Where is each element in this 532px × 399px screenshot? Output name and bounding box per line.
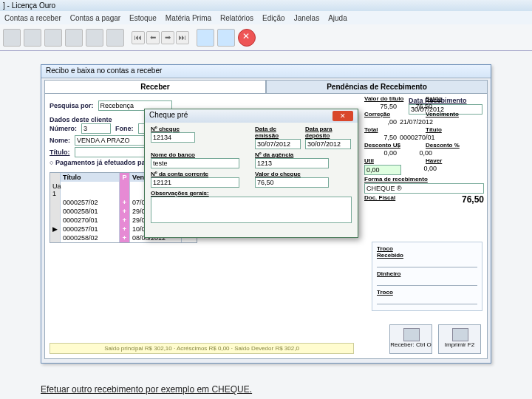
desc-pct-label: Desconto % — [426, 142, 484, 149]
haver-label: Haver — [426, 157, 484, 164]
obs-textarea[interactable] — [151, 197, 352, 223]
toolbar: ⏮ ⬅ ➡ ⏭ — [0, 24, 532, 51]
imprimir-button[interactable]: Imprimir F2 — [438, 324, 481, 354]
conta-input[interactable] — [151, 177, 239, 188]
agencia-label: Nº da agência — [255, 151, 352, 158]
desc-us-label: Desconto U$ — [364, 142, 423, 149]
doc-fiscal-label: Doc. Fiscal — [364, 194, 449, 205]
workspace: Recibo e baixa no contas a receber Receb… — [0, 51, 532, 399]
forma-label: Forma de recebimento — [364, 176, 484, 183]
numero-label: Número: — [50, 125, 77, 132]
toolbar-button-6[interactable] — [106, 29, 124, 47]
toolbar-button-1[interactable] — [3, 29, 21, 47]
ncheque-input[interactable] — [151, 132, 195, 143]
fone-label: Fone: — [115, 125, 134, 132]
doc-fiscal-value: 76,50 — [451, 194, 484, 205]
menu-edicao[interactable]: Edição — [262, 14, 285, 22]
menu-relatorios[interactable]: Relatórios — [220, 14, 253, 22]
agencia-input[interactable] — [255, 158, 329, 168]
toolbar-button-4[interactable] — [65, 29, 83, 47]
grid-header-p: P — [120, 173, 130, 182]
venc-value: 21/07/2012 — [400, 118, 433, 126]
rtitulo-label: Título — [426, 126, 484, 133]
titulo-input[interactable] — [75, 147, 149, 157]
toolbar-button-5[interactable] — [86, 29, 103, 47]
emissao-input[interactable] — [255, 139, 301, 149]
toolbar-button-close[interactable] — [238, 29, 256, 47]
cheque-modal: Cheque pré ✕ Nº cheque Data de emissão D… — [144, 109, 358, 238]
menu-ajuda[interactable]: Ajuda — [328, 14, 347, 22]
util-input[interactable] — [364, 165, 401, 175]
status-bar: Saldo principal R$ 302,10 · Acréscimos R… — [50, 343, 354, 354]
toolbar-button-image2[interactable] — [217, 29, 235, 47]
toolbar-button-2[interactable] — [24, 29, 41, 47]
total-label: Total — [364, 126, 423, 133]
deposito-input[interactable] — [305, 139, 351, 149]
grid-header-sel — [50, 173, 61, 182]
tab-receber[interactable]: Receber — [44, 80, 266, 93]
desc-pct-value: 0,00 — [400, 149, 432, 157]
recebido-label: Recebido — [377, 252, 477, 259]
numero-input[interactable] — [81, 123, 111, 134]
forma-input[interactable] — [364, 183, 484, 194]
troco-box: Troco Recebido Dinheiro Troco — [372, 242, 482, 311]
slide-caption: Efetuar outro recebimento por exemplo em… — [41, 384, 252, 395]
troco-title: Troco — [377, 245, 477, 252]
valor-cheque-input[interactable] — [255, 177, 329, 188]
desc-us-value: 0,00 — [364, 149, 397, 157]
toolbar-button-3[interactable] — [44, 29, 62, 47]
menu-estoque[interactable]: Estoque — [129, 14, 157, 22]
nav-next-icon[interactable]: ➡ — [161, 31, 174, 44]
correcao-value: ,00 — [364, 118, 397, 126]
menu-contas-pagar[interactable]: Contas a pagar — [70, 14, 120, 22]
saldo-value: 76,50 — [400, 103, 432, 110]
banco-label: Nome do banco — [151, 151, 248, 158]
valor-cheque-label: Valor do cheque — [255, 171, 352, 177]
util-label: Util — [364, 157, 423, 164]
menu-materia-prima[interactable]: Matéria Prima — [166, 14, 211, 22]
toolbar-button-image1[interactable] — [197, 29, 214, 47]
valor-titulo-label: Valor do título — [364, 95, 423, 102]
menu-janelas[interactable]: Janelas — [294, 14, 319, 22]
tab-pendencias[interactable]: Pendências de Recebimento — [266, 80, 488, 93]
menu-contas-receber[interactable]: Contas a receber — [4, 14, 61, 22]
rtitulo-value: 0000270/01 — [400, 134, 435, 141]
correcao-label: Correção — [364, 111, 423, 117]
emissao-label: Data de emissão — [255, 126, 301, 139]
haver-value: 0,00 — [404, 165, 437, 175]
venc-label: Vencimento — [426, 111, 484, 117]
obs-label: Observações gerais: — [151, 190, 352, 197]
banco-input[interactable] — [151, 158, 239, 168]
pesquisa-label: Pesquisa por: — [50, 102, 94, 109]
deposito-label: Data para depósito — [305, 126, 352, 139]
conta-label: Nº da conta corrente — [151, 171, 248, 177]
saldo-label: Saldo — [426, 95, 484, 102]
nav-last-icon[interactable]: ⏭ — [176, 31, 189, 44]
dinheiro-label: Dinheiro — [377, 270, 477, 277]
modal-close-icon[interactable]: ✕ — [332, 111, 353, 121]
receber-button[interactable]: Receber: Ctrl O — [389, 324, 432, 354]
menubar: Contas a receber Contas a pagar Estoque … — [0, 11, 532, 24]
nav-prev-icon[interactable]: ⬅ — [146, 31, 160, 44]
grid-header-titulo: Título — [61, 173, 120, 182]
valor-titulo-value: 75,50 — [364, 103, 397, 110]
right-summary: Valor do títuloSaldo 75,5076,50 Correção… — [364, 95, 484, 205]
modal-title: Cheque pré — [149, 111, 188, 121]
nav-first-icon[interactable]: ⏮ — [132, 31, 145, 44]
ncheque-label: Nº cheque — [151, 126, 248, 132]
app-titlebar: ] - Licença Ouro — [0, 0, 532, 11]
total-value: 7,50 — [364, 134, 397, 141]
nome-label: Nome: — [50, 137, 70, 144]
subwindow-title: Recibo e baixa no contas a receber — [41, 65, 491, 78]
titulo-label: Título: — [50, 149, 70, 156]
troco-label: Troco — [377, 289, 477, 296]
